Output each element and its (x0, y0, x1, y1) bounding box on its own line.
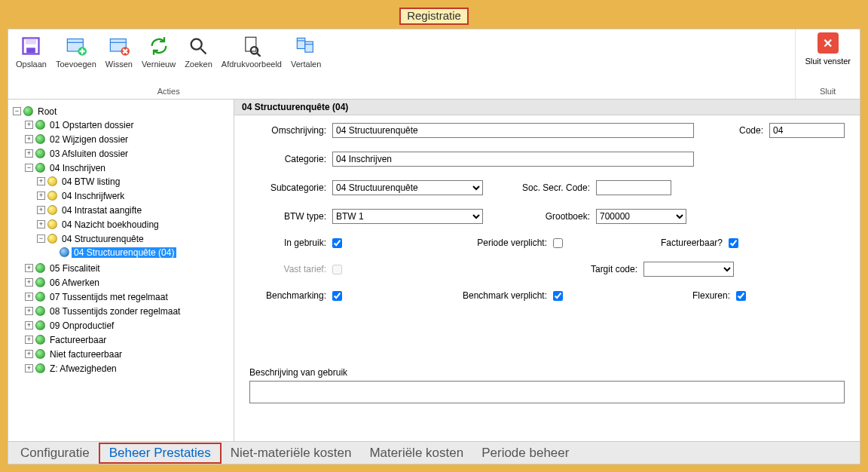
tree-item[interactable]: +Niet factureerbaar (25, 348, 231, 360)
subcategorie-select[interactable]: 04 Structuurenquête (332, 180, 483, 195)
refresh-button[interactable]: Vernieuw (139, 32, 179, 70)
flexuren-label: Flexuren: (646, 290, 736, 301)
bottom-tabs: Configuratie Beheer Prestaties Niet-mate… (8, 442, 860, 464)
translate-label: Vertalen (291, 60, 321, 69)
tree-label: 09 Onproductief (47, 320, 116, 331)
close-label: Sluit venster (805, 57, 851, 66)
tree-item[interactable]: +02 Wijzigen dossier (25, 133, 231, 146)
expand-icon[interactable]: + (37, 206, 45, 214)
tree-item[interactable]: +03 Afsluiten dossier (25, 147, 231, 160)
svg-rect-15 (305, 41, 313, 52)
close-window-button[interactable]: ✕ Sluit venster (805, 32, 851, 66)
expand-icon[interactable]: + (25, 321, 33, 329)
preview-button[interactable]: Afdrukvoorbeeld (219, 32, 285, 70)
expand-icon[interactable]: + (37, 220, 45, 228)
omschrijving-field[interactable] (332, 123, 694, 138)
periodeverplicht-label: Periode verplicht: (440, 238, 553, 248)
tree-item[interactable]: +09 Onproductief (25, 319, 231, 332)
periodeverplicht-checkbox[interactable] (553, 238, 563, 248)
tree-item[interactable]: +06 Afwerken (25, 276, 231, 289)
tree-item[interactable]: +08 Tussentijds zonder regelmaat (25, 305, 231, 317)
tab-materiele[interactable]: Materiële kosten (360, 444, 472, 462)
search-button[interactable]: Zoeken (182, 32, 215, 70)
add-label: Toevoegen (56, 60, 96, 69)
tree-item[interactable]: +04 BTW listing (37, 175, 231, 188)
tree-item[interactable]: +04 Nazicht boekhouding (37, 218, 231, 231)
tab-beheer-prestaties[interactable]: Beheer Prestaties (99, 443, 222, 464)
tab-periode-beheer[interactable]: Periode beheer (472, 444, 578, 462)
expand-icon[interactable]: + (25, 121, 33, 129)
collapse-icon[interactable]: − (37, 234, 45, 243)
tree-item[interactable]: +Z: Afwezigheden (25, 362, 231, 375)
expand-icon[interactable]: + (25, 135, 33, 143)
tree-label: 04 Inschrijfwerk (60, 191, 127, 201)
benchmarking-label: Benchmarking: (242, 290, 332, 301)
status-dot-icon (35, 320, 45, 330)
expand-icon[interactable]: + (25, 293, 33, 301)
tree-item[interactable]: −04 Inschrijven (25, 161, 231, 174)
status-dot-icon (35, 335, 45, 345)
collapse-icon[interactable]: − (13, 107, 21, 115)
expand-icon[interactable]: + (25, 264, 33, 272)
categorie-field[interactable] (332, 152, 694, 167)
expand-icon[interactable]: + (25, 364, 33, 372)
expand-icon[interactable]: + (37, 177, 45, 185)
preview-label: Afdrukvoorbeeld (222, 60, 282, 69)
tree-item[interactable]: +07 Tussentijds met regelmaat (25, 290, 231, 303)
save-label: Opslaan (16, 60, 47, 69)
tree-label: 03 Afsluiten dossier (47, 149, 130, 159)
save-button[interactable]: Opslaan (13, 32, 50, 70)
collapse-icon[interactable]: − (25, 164, 33, 172)
beschrijving-textarea[interactable] (249, 381, 845, 403)
tree-item[interactable]: −04 Structuurenquête (37, 232, 231, 245)
targitcode-select[interactable] (643, 262, 734, 277)
status-dot-icon (47, 219, 57, 229)
add-button[interactable]: Toevoegen (53, 32, 99, 70)
subcategorie-label: Subcategorie: (242, 182, 332, 193)
code-label: Code: (724, 125, 769, 136)
vasttarief-checkbox (332, 265, 342, 274)
btwtype-select[interactable]: BTW 1 (332, 209, 483, 224)
tab-configuratie[interactable]: Configuratie (11, 444, 99, 462)
status-dot-icon (47, 234, 57, 244)
status-dot-icon (35, 292, 45, 302)
detail-header: 04 Structuurenquête (04) (234, 100, 860, 115)
expand-icon[interactable]: + (25, 149, 33, 158)
tree-label: 04 Intrastat aangifte (60, 205, 144, 216)
ingebruik-checkbox[interactable] (332, 238, 342, 248)
tree-navigation[interactable]: −Root +01 Opstarten dossier +02 Wijzigen… (8, 100, 234, 441)
grootboek-select[interactable]: 700000 (596, 209, 686, 224)
spacer (49, 248, 57, 256)
tree-root[interactable]: −Root (13, 105, 231, 118)
factureerbaar-checkbox[interactable] (729, 238, 738, 248)
translate-button[interactable]: Vertalen (288, 32, 324, 70)
tree-item[interactable]: +01 Opstarten dossier (25, 118, 231, 131)
close-footer: Sluit (805, 87, 851, 97)
expand-icon[interactable]: + (25, 278, 33, 287)
expand-icon[interactable]: + (25, 307, 33, 315)
ingebruik-label: In gebruik: (242, 238, 332, 248)
status-dot-icon (35, 363, 45, 373)
delete-button[interactable]: Wissen (102, 32, 136, 70)
tab-niet-materiele[interactable]: Niet-materiële kosten (222, 444, 361, 462)
ribbon-toolbar: Opslaan Toevoegen Wissen (8, 29, 860, 100)
btwtype-label: BTW type: (242, 211, 332, 222)
tree-item[interactable]: +04 Inschrijfwerk (37, 189, 231, 202)
code-field[interactable] (769, 123, 845, 138)
expand-icon[interactable]: + (37, 192, 45, 200)
flexuren-checkbox[interactable] (736, 291, 746, 301)
benchverplicht-checkbox[interactable] (553, 291, 563, 301)
benchmarking-checkbox[interactable] (332, 291, 342, 301)
tree-item-selected[interactable]: 04 Structuurenquête (04) (49, 246, 231, 259)
expand-icon[interactable]: + (25, 336, 33, 344)
delete-icon (107, 34, 131, 58)
tree-item[interactable]: +Factureerbaar (25, 333, 231, 346)
tree-label: 04 BTW listing (60, 176, 122, 187)
tree-item[interactable]: +04 Intrastat aangifte (37, 204, 231, 216)
tree-item[interactable]: +05 Fiscaliteit (25, 262, 231, 274)
expand-icon[interactable]: + (25, 350, 33, 358)
status-dot-icon (35, 163, 45, 173)
translate-icon (294, 34, 318, 58)
socsecr-field[interactable] (596, 180, 671, 195)
svg-rect-2 (27, 48, 36, 53)
